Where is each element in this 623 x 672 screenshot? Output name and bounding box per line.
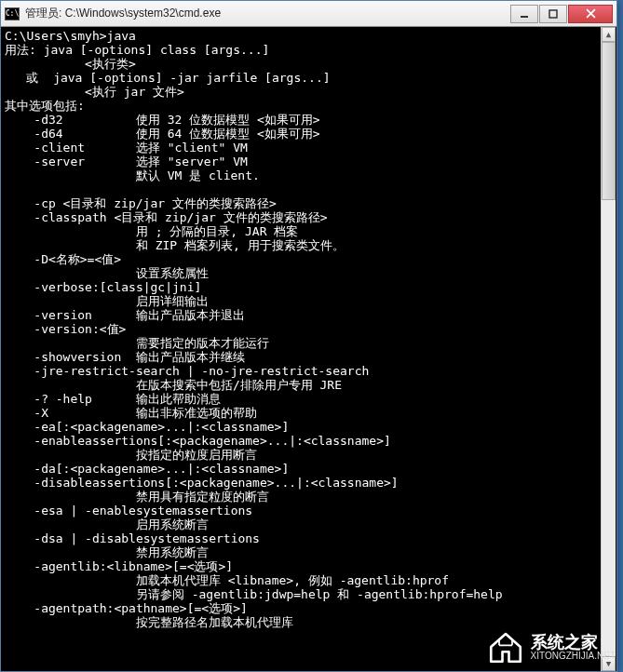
window-buttons: [509, 5, 613, 23]
vertical-scrollbar[interactable]: ▲ ▼: [601, 27, 616, 671]
close-button[interactable]: [568, 5, 613, 23]
terminal-output[interactable]: C:\Users\smyh>java 用法: java [-options] c…: [1, 27, 616, 671]
titlebar[interactable]: C:\ 管理员: C:\Windows\system32\cmd.exe: [1, 1, 616, 27]
maximize-icon: [549, 9, 558, 19]
app-icon: C:\: [5, 7, 20, 20]
minimize-icon: [520, 9, 529, 19]
scroll-up-button[interactable]: ▲: [602, 27, 616, 42]
svg-rect-1: [549, 10, 557, 18]
close-icon: [586, 8, 596, 19]
scroll-down-button[interactable]: ▼: [602, 656, 616, 671]
minimize-button[interactable]: [510, 5, 538, 23]
maximize-button[interactable]: [539, 5, 567, 23]
scroll-thumb[interactable]: [602, 42, 616, 200]
svg-rect-0: [521, 16, 528, 18]
window-title: 管理员: C:\Windows\system32\cmd.exe: [25, 6, 509, 21]
cmd-window: C:\ 管理员: C:\Windows\system32\cmd.exe C:\…: [0, 0, 617, 672]
